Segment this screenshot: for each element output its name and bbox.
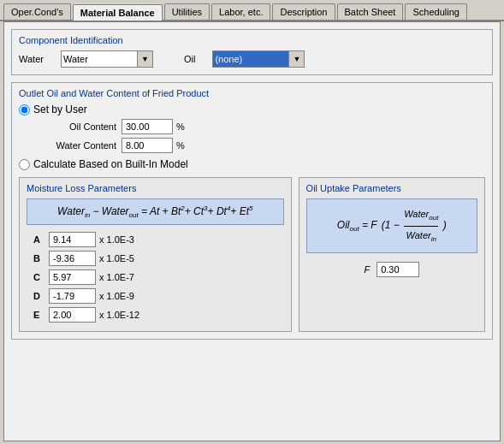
param-d-input[interactable] [49, 288, 96, 304]
moisture-formula: Waterin − Waterout = At + Bt2+ Ct3+ Dt4+… [27, 198, 284, 225]
param-c-letter: C [33, 272, 45, 282]
water-dropdown[interactable] [61, 50, 138, 68]
main-content: Component Identification Water ▼ Oil ▼ O… [3, 21, 501, 441]
set-by-user-fields: Oil Content % Water Content % [39, 119, 485, 153]
oil-content-row: Oil Content % [39, 119, 485, 134]
oil-dropdown-btn[interactable]: ▼ [289, 50, 305, 68]
tab-utilities[interactable]: Utilities [164, 3, 210, 20]
water-content-input[interactable] [122, 138, 173, 153]
outlet-section: Outlet Oil and Water Content of Fried Pr… [11, 82, 493, 340]
oil-formula: Oilout = F (1 − Waterout Waterin ) [306, 198, 477, 253]
radio-calc-model-label: Calculate Based on Built-In Model [33, 158, 188, 170]
radio-calc-model[interactable] [19, 159, 30, 170]
oil-uptake-box: Oil Uptake Parameters Oilout = F (1 − Wa… [299, 177, 485, 332]
oil-content-input[interactable] [122, 119, 173, 134]
f-parameter-row: F [306, 262, 477, 277]
oil-label: Oil [184, 54, 195, 64]
radio-set-by-user[interactable] [19, 104, 30, 115]
outlet-title: Outlet Oil and Water Content of Fried Pr… [19, 88, 485, 98]
water-label: Water [19, 54, 44, 64]
moisture-params: A x 1.0E-3 B x 1.0E-5 C x 1.0E-7 [33, 232, 284, 323]
tab-description[interactable]: Description [272, 3, 335, 20]
component-id-row: Water ▼ Oil ▼ [19, 50, 485, 68]
param-d-letter: D [33, 291, 45, 301]
param-row-d: D x 1.0E-9 [33, 288, 284, 304]
oil-uptake-title: Oil Uptake Parameters [306, 183, 477, 193]
tab-labor-etc[interactable]: Labor, etc. [211, 3, 270, 20]
param-c-input[interactable] [49, 269, 96, 285]
tab-oper-conds[interactable]: Oper.Cond's [3, 3, 71, 20]
tab-bar: Oper.Cond's Material Balance Utilities L… [0, 0, 504, 21]
param-row-c: C x 1.0E-7 [33, 269, 284, 285]
param-b-letter: B [33, 253, 45, 263]
component-id-title: Component Identification [19, 35, 485, 45]
radio-calc-model-row: Calculate Based on Built-In Model [19, 158, 485, 170]
water-dropdown-wrapper: ▼ [61, 50, 153, 68]
param-b-mult: x 1.0E-5 [99, 253, 134, 263]
tab-batch-sheet[interactable]: Batch Sheet [337, 3, 404, 20]
param-e-letter: E [33, 310, 45, 320]
param-row-a: A x 1.0E-3 [33, 232, 284, 247]
radio-set-by-user-label: Set by User [33, 104, 87, 115]
oil-content-unit: % [176, 121, 185, 132]
param-e-input[interactable] [49, 307, 96, 323]
param-a-input[interactable] [49, 232, 96, 247]
water-content-unit: % [176, 140, 185, 151]
water-dropdown-btn[interactable]: ▼ [138, 50, 153, 68]
f-input[interactable] [377, 262, 419, 277]
moisture-loss-title: Moisture Loss Parameters [27, 183, 284, 193]
param-c-mult: x 1.0E-7 [99, 272, 134, 282]
f-label: F [364, 264, 370, 275]
water-content-row: Water Content % [39, 138, 485, 153]
moisture-loss-box: Moisture Loss Parameters Waterin − Water… [19, 177, 292, 332]
param-a-mult: x 1.0E-3 [99, 234, 134, 245]
radio-set-by-user-row: Set by User [19, 104, 485, 115]
param-a-letter: A [33, 234, 45, 245]
lower-section: Moisture Loss Parameters Waterin − Water… [19, 177, 485, 332]
tab-scheduling[interactable]: Scheduling [405, 3, 466, 20]
param-row-b: B x 1.0E-5 [33, 251, 284, 266]
param-b-input[interactable] [49, 251, 96, 266]
water-content-label: Water Content [39, 140, 116, 151]
oil-dropdown-wrapper: ▼ [212, 50, 305, 68]
oil-dropdown[interactable] [212, 50, 289, 68]
param-e-mult: x 1.0E-12 [99, 310, 139, 320]
component-identification-section: Component Identification Water ▼ Oil ▼ [11, 29, 493, 75]
tab-material-balance[interactable]: Material Balance [73, 4, 163, 21]
param-row-e: E x 1.0E-12 [33, 307, 284, 323]
param-d-mult: x 1.0E-9 [99, 291, 134, 301]
oil-content-label: Oil Content [39, 121, 116, 132]
